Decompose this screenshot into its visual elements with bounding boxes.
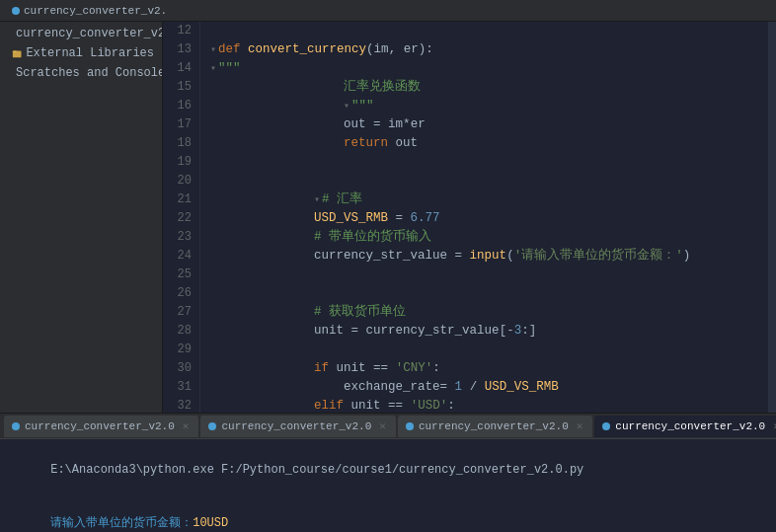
tab-3[interactable]: currency_converter_v2.0 ✕ xyxy=(398,416,592,437)
tab-1-label: currency_converter_v2.0 xyxy=(25,420,175,432)
tab-1-close[interactable]: ✕ xyxy=(183,419,190,432)
code-line-28: unit = currency_str_value[-3:] xyxy=(210,322,768,341)
code-lines[interactable]: ▾ def convert_currency(im, er): ▾ """ 汇率… xyxy=(200,22,768,413)
project-label: currency_converter_v2. xyxy=(24,5,167,17)
tab-3-close[interactable]: ✕ xyxy=(577,419,583,432)
console-panel: E:\Anaconda3\python.exe F:/Python_course… xyxy=(0,438,776,532)
console-prompt: 请输入带单位的货币金额： xyxy=(50,516,193,530)
project-item[interactable]: currency_converter_v2. xyxy=(8,5,171,17)
console-input-value: 10USD xyxy=(193,516,228,530)
sidebar-label-scratches: Scratches and Consoles xyxy=(16,66,163,80)
fold-16[interactable]: ▾ xyxy=(344,97,349,115)
code-line-12 xyxy=(210,22,768,40)
tab-2-close[interactable]: ✕ xyxy=(379,419,386,432)
code-line-18: return out xyxy=(210,134,768,153)
console-cmd-text: E:\Anaconda3\python.exe F:/Python_course… xyxy=(50,463,583,477)
sidebar-item-project[interactable]: currency_converter_v2. xyxy=(0,24,162,43)
line-numbers: 12 13 14 15 16 17 18 19 20 21 22 23 24 2… xyxy=(163,22,200,413)
tab-2[interactable]: currency_converter_v2.0 ✕ xyxy=(200,416,395,437)
sidebar-label-libraries: External Libraries xyxy=(26,46,154,60)
tab-3-icon xyxy=(406,422,414,430)
tab-1[interactable]: currency_converter_v2.0 ✕ xyxy=(4,416,198,437)
sidebar: currency_converter_v2. External Librarie… xyxy=(0,22,163,413)
tab-2-label: currency_converter_v2.0 xyxy=(221,420,371,432)
main-area: currency_converter_v2. External Librarie… xyxy=(0,22,776,413)
tab-2-icon xyxy=(208,422,216,430)
console-input-line: 请输入带单位的货币金额：10USD xyxy=(8,496,768,532)
code-content: 12 13 14 15 16 17 18 19 20 21 22 23 24 2… xyxy=(163,22,776,413)
code-editor: 12 13 14 15 16 17 18 19 20 21 22 23 24 2… xyxy=(163,22,776,413)
tab-1-icon xyxy=(12,422,20,430)
sidebar-item-libraries[interactable]: External Libraries xyxy=(0,43,162,63)
sidebar-item-scratches[interactable]: Scratches and Consoles xyxy=(0,63,162,83)
gutter-scrollbar[interactable] xyxy=(768,22,776,413)
folder-icon xyxy=(12,47,22,59)
tab-4[interactable]: currency_converter_v2.0 ✕ xyxy=(594,416,776,437)
project-icon xyxy=(12,7,20,15)
fold-21[interactable]: ▾ xyxy=(314,190,320,209)
console-cmd-line: E:\Anaconda3\python.exe F:/Python_course… xyxy=(8,443,768,496)
sidebar-label-project: currency_converter_v2. xyxy=(16,27,163,40)
fold-13[interactable]: ▾ xyxy=(210,40,216,59)
top-bar: currency_converter_v2. xyxy=(0,0,776,22)
tab-3-label: currency_converter_v2.0 xyxy=(419,420,569,432)
tab-4-label: currency_converter_v2.0 xyxy=(615,420,765,432)
tab-4-icon xyxy=(602,422,610,430)
bottom-tabs: currency_converter_v2.0 ✕ currency_conve… xyxy=(0,413,776,438)
console-content: E:\Anaconda3\python.exe F:/Python_course… xyxy=(0,439,776,532)
code-line-24: currency_str_value = input('请输入带单位的货币金额：… xyxy=(210,247,768,266)
svg-rect-2 xyxy=(13,50,17,52)
code-line-13: ▾ def convert_currency(im, er): xyxy=(210,40,768,59)
